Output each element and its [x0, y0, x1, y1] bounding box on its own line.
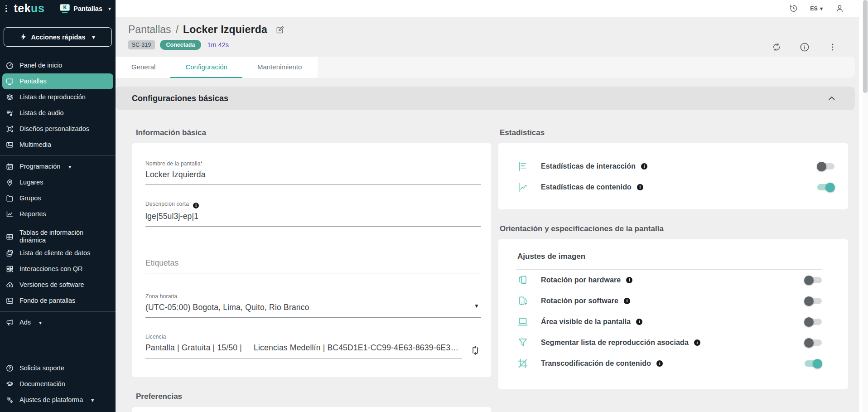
license-plan: Pantalla | Gratuita | 15/50 |: [145, 343, 242, 353]
quick-actions-label: Acciones rápidas: [31, 34, 85, 41]
segmentar-lista-toggle[interactable]: [805, 339, 822, 346]
sidebar-item-reportes[interactable]: Reportes: [2, 206, 113, 222]
sidebar-item-fondo-pantallas[interactable]: Fondo de pantallas: [2, 293, 113, 309]
breadcrumb-separator: /: [176, 24, 178, 36]
user-icon[interactable]: [834, 4, 844, 14]
data-cards-icon: [5, 249, 14, 257]
transcodificacion-toggle[interactable]: [805, 360, 822, 367]
crop-transcode-icon: [516, 358, 529, 370]
brand-prefix: tek: [14, 2, 31, 15]
info-icon[interactable]: [626, 277, 632, 283]
sidebar-item-listas-de-reproduccion[interactable]: Listas de reproducción: [2, 89, 113, 105]
info-icon[interactable]: [636, 319, 642, 325]
dropdown-caret-icon[interactable]: ▼: [474, 303, 479, 309]
timezone-field[interactable]: Zona horaria (UTC-05:00) Bogota, Lima, Q…: [145, 293, 481, 318]
field-label: Zona horaria: [145, 293, 481, 300]
orientation-row-label: Rotación por software: [541, 297, 618, 305]
info-icon[interactable]: [694, 339, 700, 346]
short-description-field[interactable]: Descripción corta lge|55ul3j-ep|1: [145, 201, 481, 227]
accordion-title: Configuraciones básicas: [132, 94, 228, 103]
sidebar-item-disenos-personalizados[interactable]: Diseños personalizados: [2, 121, 113, 137]
sidebar-item-versiones-software[interactable]: Versiones de software: [2, 277, 113, 293]
area-visible-toggle[interactable]: [805, 319, 822, 325]
chevron-up-icon[interactable]: [828, 94, 836, 102]
info-icon[interactable]: [637, 184, 643, 190]
sidebar-item-interacciones-qr[interactable]: Interacciones con QR: [2, 261, 113, 277]
sidebar-item-programacion[interactable]: Programación: [2, 159, 113, 174]
info-icon[interactable]: [641, 163, 647, 170]
license-field[interactable]: Licencia Pantalla | Gratuita | 15/50 | L…: [145, 334, 462, 359]
screen-name-field[interactable]: Nombre de la pantalla* Locker Izquierda: [145, 160, 481, 185]
badge-row: SC-319 Conectada 1m 42s: [128, 40, 847, 50]
tab-general[interactable]: General: [116, 57, 170, 78]
tags-field[interactable]: Etiquetas: [145, 252, 481, 273]
rotate-software-icon: [516, 295, 529, 307]
sidebar-item-ads[interactable]: Ads: [2, 315, 113, 330]
cloud-download-icon: [5, 281, 14, 289]
section-heading-preferencias: Preferencias: [136, 392, 491, 401]
sidebar-item-panel-de-inicio[interactable]: Panel de inicio: [2, 58, 113, 73]
field-label: Licencia: [145, 334, 462, 340]
edit-icon[interactable]: [275, 25, 285, 34]
page-header: Pantallas / Locker Izquierda SC-319 Cone…: [116, 17, 859, 50]
sidebar-item-lugares[interactable]: Lugares: [2, 174, 113, 190]
info-icon[interactable]: [624, 298, 630, 304]
scrollbar-thumb[interactable]: [863, 0, 868, 93]
history-icon[interactable]: [788, 4, 798, 14]
interaction-stats-toggle[interactable]: [817, 163, 834, 170]
dashboard-icon: [5, 62, 14, 70]
breadcrumb-root[interactable]: Pantallas: [128, 24, 171, 36]
menu-icon[interactable]: [5, 5, 7, 12]
card-title-ajustes-imagen: Ajustes de imagen: [516, 249, 822, 270]
accordion-configuraciones-basicas[interactable]: Configuraciones básicas: [116, 87, 855, 110]
megaphone-icon: [5, 319, 14, 327]
language-dropdown[interactable]: ES: [810, 5, 823, 12]
left-column: Información básica Nombre de la pantalla…: [132, 128, 491, 412]
info-icon[interactable]: [799, 42, 810, 53]
tab-configuracion[interactable]: Configuración: [170, 57, 242, 78]
stats-row-interaccion: Estadísticas de interacción: [516, 156, 834, 177]
sidebar-item-grupos[interactable]: Grupos: [2, 190, 113, 206]
sidebar-item-lista-cliente-datos[interactable]: Lista de cliente de datos: [2, 245, 113, 261]
brand-logo[interactable]: tekus: [14, 2, 44, 15]
config-columns: Información básica Nombre de la pantalla…: [116, 128, 859, 412]
app-selector-label: Pantallas: [73, 5, 102, 12]
sidebar-item-solicita-soporte[interactable]: Solicita soporte: [2, 360, 113, 376]
rotacion-hardware-toggle[interactable]: [805, 277, 822, 283]
table-icon: [5, 233, 14, 241]
app-selector-dropdown[interactable]: K Pantallas: [60, 4, 111, 13]
swap-license-icon[interactable]: [469, 344, 481, 356]
tab-mantenimiento[interactable]: Mantenimiento: [242, 57, 317, 78]
app-root: tekus K Pantallas Acciones rápidas Panel…: [0, 0, 868, 412]
sidebar-nav: Panel de inicio Pantallas Listas de repr…: [0, 58, 116, 330]
license-key: Licencias Medellín | BC45D1E1-CC99-4E63-…: [254, 343, 458, 353]
sidebar-item-documentacion[interactable]: Documentación: [2, 376, 113, 392]
preferences-card: Mantener la pantalla encendida: [132, 407, 491, 412]
screen-code-badge: SC-319: [128, 40, 155, 49]
orientation-row-segmentar-lista: Segmentar lista de reproducción asociada: [516, 332, 822, 353]
rotacion-software-toggle[interactable]: [805, 298, 822, 304]
timezone-value[interactable]: (UTC-05:00) Bogota, Lima, Quito, Rio Bra…: [145, 303, 309, 312]
scrollbar[interactable]: [863, 0, 868, 412]
content-stats-toggle[interactable]: [817, 184, 834, 190]
info-icon[interactable]: [656, 360, 663, 367]
sidebar-item-listas-de-audio[interactable]: Listas de audio: [2, 105, 113, 121]
sync-icon[interactable]: [771, 42, 782, 53]
sidebar-item-pantallas[interactable]: Pantallas: [2, 73, 113, 89]
quick-actions-button[interactable]: Acciones rápidas: [4, 27, 112, 47]
sidebar-item-ajustes-plataforma[interactable]: Ajustes de plataforma: [2, 392, 113, 408]
short-description-value[interactable]: lge|55ul3j-ep|1: [145, 212, 481, 221]
image-icon: [5, 141, 14, 149]
orientation-card: Ajustes de imagen Rotación por hardware: [498, 239, 848, 389]
info-icon[interactable]: [193, 203, 199, 208]
qr-icon: [5, 265, 14, 273]
status-badge: Conectada: [160, 40, 202, 50]
sidebar-divider: [0, 311, 116, 312]
sidebar-item-tablas-informacion-dinamica[interactable]: Tablas de información dinámica: [2, 228, 113, 245]
sidebar: tekus K Pantallas Acciones rápidas Panel…: [0, 0, 116, 412]
audio-list-icon: [5, 109, 14, 117]
kebab-menu-icon[interactable]: [827, 42, 838, 53]
screen-name-value[interactable]: Locker Izquierda: [145, 170, 481, 179]
orientation-row-rotacion-hardware: Rotación por hardware: [516, 270, 822, 291]
sidebar-item-multimedia[interactable]: Multimedia: [2, 137, 113, 153]
